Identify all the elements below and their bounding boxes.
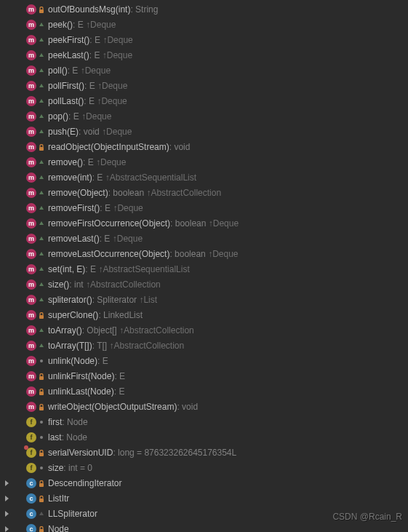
method-icon: m <box>26 218 36 229</box>
class-row[interactable]: cNode <box>0 521 408 532</box>
member-row[interactable]: mpeek(): E ↑Deque <box>0 17 408 32</box>
member-row[interactable]: mpollLast(): E ↑Deque <box>0 93 408 108</box>
override-icon <box>39 130 44 133</box>
class-icon: c <box>26 478 36 488</box>
member-row[interactable]: mpeekFirst(): E ↑Deque <box>0 32 408 47</box>
member-label: remove(Object): boolean ↑AbstractCollect… <box>48 188 221 198</box>
member-row[interactable]: mpop(): E ↑Deque <box>0 108 408 124</box>
member-row[interactable]: mpoll(): E ↑Deque <box>0 63 408 78</box>
override-icon <box>39 114 44 118</box>
member-row[interactable]: mpeekLast(): E ↑Deque <box>0 47 408 63</box>
member-label: peek(): E ↑Deque <box>48 20 116 30</box>
member-row[interactable]: munlinkLast(Node): E <box>0 384 408 399</box>
lock-icon <box>39 526 44 532</box>
package-icon <box>40 360 43 362</box>
method-icon: m <box>26 172 36 183</box>
method-icon: m <box>26 188 36 198</box>
method-icon: m <box>26 279 36 290</box>
member-label: unlinkLast(Node): E <box>48 386 124 397</box>
member-label: first: Node <box>48 417 88 427</box>
package-icon <box>40 467 43 469</box>
member-row[interactable]: munlinkFirst(Node): E <box>0 368 408 384</box>
member-row[interactable]: mremoveFirst(): E ↑Deque <box>0 200 408 215</box>
svg-rect-8 <box>39 499 44 502</box>
member-row[interactable]: mpush(E): void ↑Deque <box>0 124 408 139</box>
override-icon <box>39 344 44 347</box>
override-icon <box>39 282 44 286</box>
member-label: poll(): E ↑Deque <box>48 65 111 76</box>
override-icon <box>39 191 44 194</box>
member-row[interactable]: mremove(Object): boolean ↑AbstractCollec… <box>0 185 408 200</box>
member-row[interactable]: mremoveFirstOccurrence(Object): boolean … <box>0 215 408 231</box>
member-row[interactable]: msize(): int ↑AbstractCollection <box>0 277 408 292</box>
expand-icon[interactable] <box>5 511 9 517</box>
member-row[interactable]: moutOfBoundsMsg(int): String <box>0 1 408 17</box>
method-icon: m <box>26 264 36 274</box>
member-row[interactable]: mtoArray(): Object[] ↑AbstractCollection <box>0 322 408 338</box>
override-icon <box>39 512 44 515</box>
package-icon <box>40 436 43 439</box>
method-icon: m <box>26 20 36 30</box>
svg-rect-3 <box>39 376 44 380</box>
class-label: LLSpliterator <box>48 509 97 519</box>
member-label: push(E): void ↑Deque <box>48 127 132 137</box>
member-row[interactable]: mwriteObject(ObjectOutputStream): void <box>0 399 408 414</box>
override-icon <box>39 267 44 271</box>
member-row[interactable]: fsize: int = 0 <box>0 460 408 475</box>
member-row[interactable]: munlink(Node): E <box>0 353 408 368</box>
method-icon: m <box>26 234 36 244</box>
method-icon: m <box>26 295 36 305</box>
method-icon: m <box>26 310 36 320</box>
override-icon <box>39 160 44 164</box>
member-label: pop(): E ↑Deque <box>48 111 111 122</box>
svg-rect-5 <box>39 407 44 410</box>
lock-icon <box>39 480 44 486</box>
method-icon: m <box>26 4 36 15</box>
lock-icon <box>39 312 44 318</box>
class-icon: c <box>26 524 36 533</box>
lock-icon <box>39 389 44 394</box>
member-label: removeLastOccurrence(Object): boolean ↑D… <box>48 249 239 259</box>
member-row[interactable]: msuperClone(): LinkedList <box>0 307 408 322</box>
member-label: last: Node <box>48 432 87 442</box>
member-row[interactable]: fserialVersionUID: long = 87632326264517… <box>0 445 408 460</box>
member-label: size: int = 0 <box>48 463 92 473</box>
lock-icon <box>39 404 44 410</box>
member-row[interactable]: mreadObject(ObjectInputStream): void <box>0 139 408 154</box>
svg-rect-4 <box>39 392 44 395</box>
member-label: remove(): E ↑Deque <box>48 157 126 167</box>
member-row[interactable]: mremove(): E ↑Deque <box>0 154 408 170</box>
member-label: pollLast(): E ↑Deque <box>48 96 127 106</box>
member-label: removeFirst(): E ↑Deque <box>48 203 143 213</box>
field-icon: f <box>26 448 36 458</box>
member-row[interactable]: mspliterator(): Spliterator ↑List <box>0 292 408 307</box>
member-row[interactable]: mremove(int): E ↑AbstractSequentialList <box>0 170 408 185</box>
member-row[interactable]: mtoArray(T[]): T[] ↑AbstractCollection <box>0 338 408 353</box>
member-row[interactable]: mset(int, E): E ↑AbstractSequentialList <box>0 261 408 277</box>
expand-icon[interactable] <box>5 526 9 532</box>
method-icon: m <box>26 386 36 397</box>
method-icon: m <box>26 35 36 45</box>
svg-rect-0 <box>39 9 44 13</box>
svg-rect-7 <box>39 483 44 487</box>
member-row[interactable]: mremoveLast(): E ↑Deque <box>0 231 408 246</box>
class-row[interactable]: cDescendingIterator <box>0 475 408 491</box>
member-row[interactable]: flast: Node <box>0 429 408 445</box>
field-icon: f <box>26 417 36 427</box>
watermark: CSDN @Rcain_R <box>332 512 402 522</box>
member-label: removeFirstOccurrence(Object): boolean ↑… <box>48 218 239 229</box>
member-row[interactable]: mpollFirst(): E ↑Deque <box>0 78 408 93</box>
expand-icon[interactable] <box>5 496 9 501</box>
method-icon: m <box>26 249 36 259</box>
method-icon: m <box>26 203 36 213</box>
method-icon: m <box>26 96 36 106</box>
member-label: toArray(): Object[] ↑AbstractCollection <box>48 325 194 336</box>
expand-icon[interactable] <box>5 480 9 486</box>
method-icon: m <box>26 325 36 336</box>
class-row[interactable]: cListItr <box>0 491 408 506</box>
member-row[interactable]: mremoveLastOccurrence(Object): boolean ↑… <box>0 246 408 261</box>
member-row[interactable]: ffirst: Node <box>0 414 408 429</box>
member-label: spliterator(): Spliterator ↑List <box>48 295 157 305</box>
lock-icon <box>39 496 44 501</box>
svg-rect-9 <box>39 529 44 533</box>
